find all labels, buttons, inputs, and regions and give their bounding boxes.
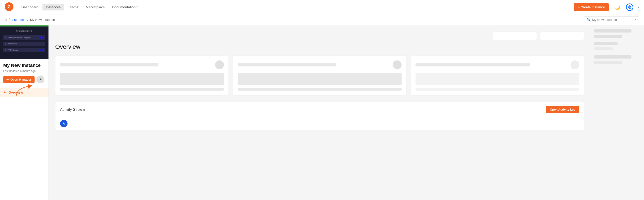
nav-teams[interactable]: Teams: [65, 4, 82, 11]
sidebar-instance-name: My New Instance: [3, 63, 45, 68]
search-icon: 🔍: [587, 18, 591, 22]
activity-header: Activity Stream Open Activity Log: [56, 102, 584, 117]
activity-stream-title: Activity Stream: [60, 108, 85, 112]
main-content: Overview: [49, 25, 591, 200]
thumbnail-row-2: App Secrets: [3, 42, 45, 46]
overview-card-2: [233, 56, 406, 95]
breadcrumb-bar: ⌂ / Instances / My New Instance 🔍 ▾: [0, 15, 644, 25]
eye-icon: 👁: [39, 78, 42, 82]
preview-button[interactable]: 👁: [36, 76, 44, 83]
pencil-icon: ✏: [6, 78, 9, 81]
moon-icon: 🌙: [614, 5, 620, 10]
status-bar-green: [0, 25, 48, 27]
instance-search[interactable]: 🔍 ▾: [584, 17, 639, 23]
nav-marketplace[interactable]: Marketplace: [82, 4, 108, 11]
overview-cards: [55, 56, 584, 95]
thumbnail-row-1: Nothing shared with Google yet... ×: [3, 35, 45, 40]
activity-item-1: A: [56, 117, 584, 130]
chevron-down-icon: ▾: [136, 6, 138, 9]
sidebar: newinstance.com Nothing shared with Goog…: [0, 25, 49, 200]
top-cards: [55, 32, 584, 40]
user-power-icon[interactable]: ⏻: [626, 4, 633, 11]
search-input[interactable]: [592, 18, 634, 22]
overview-card-1: [55, 56, 229, 95]
home-icon[interactable]: ⌂: [5, 18, 7, 22]
breadcrumb-current: My New Instance: [30, 18, 55, 22]
open-manager-button[interactable]: ✏ Open Manager: [3, 76, 34, 83]
instance-thumbnail: newinstance.com Nothing shared with Goog…: [0, 25, 48, 59]
user-dropdown-arrow[interactable]: ▾: [638, 6, 639, 9]
nav-instances[interactable]: Instances: [42, 4, 64, 11]
nav-documentation[interactable]: Documentation ▾: [109, 4, 141, 11]
thumbnail-row-3: FFBR Groups +: [3, 48, 45, 52]
create-instance-button[interactable]: + Create Instance: [574, 3, 609, 11]
open-activity-log-button[interactable]: Open Activity Log: [546, 106, 579, 113]
top-card-2: [540, 32, 584, 40]
svg-text:Z: Z: [8, 4, 10, 9]
activity-avatar: A: [60, 120, 68, 127]
right-panel: [591, 25, 644, 200]
sidebar-last-updated: Last updated a month ago: [3, 69, 45, 73]
orange-arrow-icon: [14, 84, 37, 98]
sidebar-actions: ✏ Open Manager 👁: [3, 76, 45, 83]
sidebar-info: My New Instance Last updated a month ago…: [0, 59, 48, 86]
nav-links: Dashboard Instances Teams Marketplace Do…: [18, 4, 291, 11]
main-layout: newinstance.com Nothing shared with Goog…: [0, 25, 644, 200]
dark-mode-toggle[interactable]: 🌙: [614, 4, 621, 11]
top-nav: Z Dashboard Instances Teams Marketplace …: [0, 0, 644, 15]
overview-icon: ✦: [3, 90, 6, 95]
breadcrumb-instances[interactable]: Instances: [12, 18, 26, 22]
logo[interactable]: Z: [5, 2, 14, 12]
thumbnail-url: newinstance.com: [3, 30, 45, 32]
activity-section: Activity Stream Open Activity Log A: [55, 102, 584, 130]
nav-dashboard[interactable]: Dashboard: [18, 4, 42, 11]
overview-title: Overview: [55, 43, 584, 50]
search-dropdown-arrow[interactable]: ▾: [635, 18, 636, 21]
overview-card-3: [410, 56, 584, 95]
top-card-1: [493, 32, 537, 40]
